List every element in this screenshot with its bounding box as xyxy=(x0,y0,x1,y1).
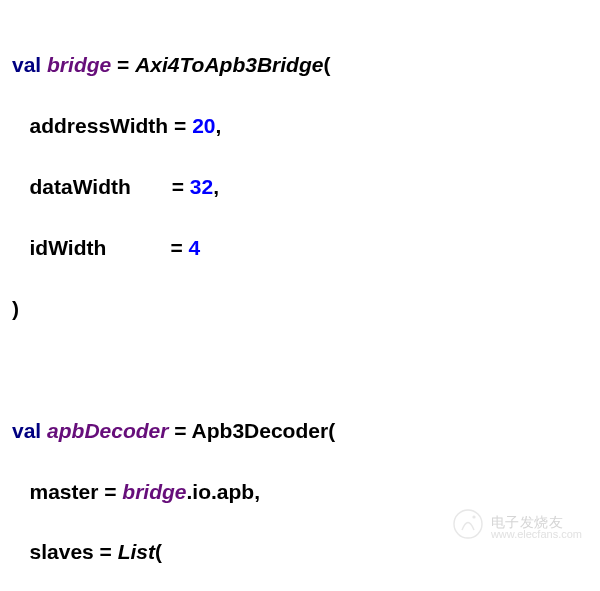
num-literal: 32 xyxy=(190,175,213,198)
watermark-cn-text: 电子发烧友 xyxy=(491,515,582,530)
num-literal: 4 xyxy=(189,236,201,259)
ctor-decoder: Apb3Decoder xyxy=(192,419,329,442)
code-line: idWidth = 4 xyxy=(12,233,588,263)
param-name: idWidth xyxy=(30,236,107,259)
equals: = xyxy=(117,53,129,76)
blank-line xyxy=(12,355,588,385)
watermark-url-text: www.elecfans.com xyxy=(491,529,582,541)
code-block: val bridge = Axi4ToApb3Bridge( addressWi… xyxy=(12,20,588,591)
ctor-list: List xyxy=(118,540,155,563)
svg-point-0 xyxy=(454,510,482,538)
var-bridge: bridge xyxy=(47,53,111,76)
keyword-val: val xyxy=(12,419,41,442)
num-literal: 20 xyxy=(192,114,215,137)
code-line: addressWidth = 20, xyxy=(12,111,588,141)
ctor-bridge: Axi4ToApb3Bridge xyxy=(135,53,323,76)
watermark: 电子发烧友 www.elecfans.com xyxy=(451,507,582,549)
code-line: master = bridge.io.apb, xyxy=(12,477,588,507)
code-line: dataWidth = 32, xyxy=(12,172,588,202)
param-name: addressWidth xyxy=(30,114,169,137)
var-decoder: apbDecoder xyxy=(47,419,168,442)
code-line: val apbDecoder = Apb3Decoder( xyxy=(12,416,588,446)
keyword-val: val xyxy=(12,53,41,76)
param-name: master xyxy=(30,480,99,503)
var-ref-bridge: bridge xyxy=(122,480,186,503)
svg-point-1 xyxy=(472,515,475,518)
param-name: slaves xyxy=(30,540,94,563)
watermark-logo-icon xyxy=(451,507,485,549)
member-access: .io.apb, xyxy=(187,480,261,503)
param-name: dataWidth xyxy=(30,175,131,198)
code-line: val bridge = Axi4ToApb3Bridge( xyxy=(12,50,588,80)
code-line: ) xyxy=(12,294,588,324)
